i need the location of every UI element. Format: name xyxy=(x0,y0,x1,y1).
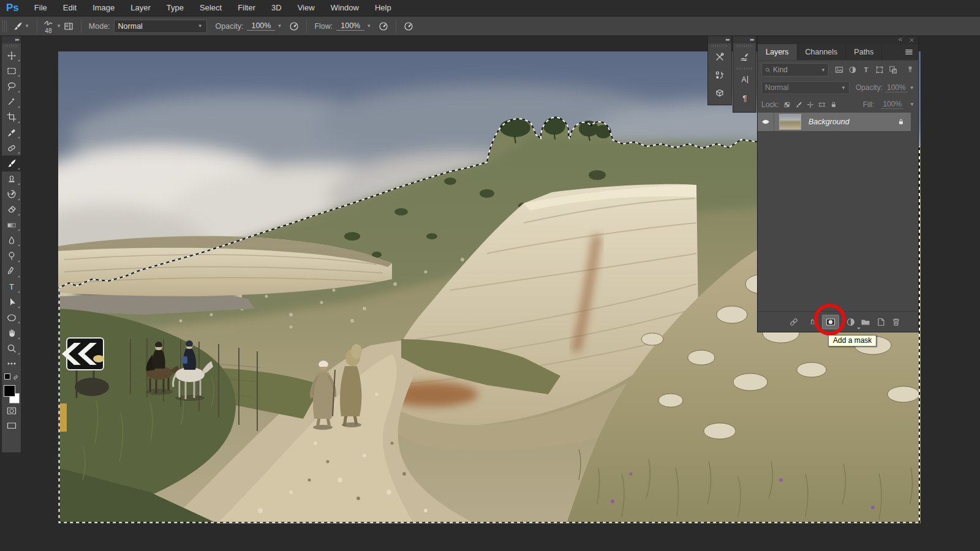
airbrush-button[interactable] xyxy=(376,21,391,31)
lock-all-icon[interactable] xyxy=(830,101,837,108)
crop-icon xyxy=(7,112,17,122)
menu-layer[interactable]: Layer xyxy=(123,3,159,12)
new-layer-button[interactable] xyxy=(876,317,886,327)
new-layer-icon xyxy=(876,317,886,327)
layer-filter-select[interactable]: Kind ▼ xyxy=(761,63,829,77)
menu-window[interactable]: Window xyxy=(323,3,367,12)
hand-tool[interactable] xyxy=(2,325,21,340)
layer-name[interactable]: Background xyxy=(809,118,897,126)
panel-menu-icon[interactable] xyxy=(905,48,913,56)
filter-toggle-pill[interactable] xyxy=(906,66,914,74)
pressure-size-button[interactable] xyxy=(401,21,416,31)
quick-mask-button[interactable] xyxy=(2,403,21,418)
filter-image-icon[interactable] xyxy=(835,66,843,74)
fill-value[interactable]: 100% xyxy=(881,100,903,109)
tool-presets-panel-button[interactable] xyxy=(708,48,731,66)
ellipse-icon xyxy=(7,313,17,323)
mode-select[interactable]: Normal▼ xyxy=(114,20,207,33)
dock-a-collapse-button[interactable]: ▸▸ xyxy=(708,36,731,43)
history-brush-tool[interactable] xyxy=(2,187,21,202)
dodge-tool[interactable] xyxy=(2,248,21,263)
type-icon: T xyxy=(7,282,17,291)
layer-opacity-value[interactable]: 100% xyxy=(885,83,908,92)
paragraph-panel-button[interactable]: ¶ xyxy=(733,89,756,107)
filter-smart-object-icon[interactable] xyxy=(889,66,897,74)
svg-text:T: T xyxy=(9,282,14,291)
zoom-tool[interactable] xyxy=(2,341,21,356)
filter-shape-icon[interactable] xyxy=(875,66,884,74)
brush-tool[interactable] xyxy=(2,156,21,171)
dock-column-b: ▸▸ A¶ xyxy=(733,36,756,113)
character-panel-button[interactable]: A xyxy=(733,70,756,89)
menu-view[interactable]: View xyxy=(290,3,323,12)
quick-selection-tool[interactable] xyxy=(2,94,21,110)
pen-tool[interactable] xyxy=(2,264,21,279)
menu-help[interactable]: Help xyxy=(367,3,399,12)
opacity-chevron[interactable]: ▼ xyxy=(277,23,282,29)
menu-image[interactable]: Image xyxy=(85,3,123,12)
blend-mode-select[interactable]: Normal▼ xyxy=(761,81,850,94)
layers-panel-tabs: Layers Channels Paths xyxy=(758,44,918,61)
eraser-tool[interactable] xyxy=(2,202,21,217)
ellipse-tool[interactable] xyxy=(2,310,21,325)
layer-thumbnail[interactable] xyxy=(779,114,801,130)
default-colors-swap[interactable] xyxy=(2,372,21,384)
menu-file[interactable]: File xyxy=(26,3,55,12)
stamp-icon xyxy=(7,174,17,184)
layer-row-background[interactable]: Background xyxy=(758,113,911,131)
toggle-brush-panel-button[interactable] xyxy=(61,21,76,31)
filter-adjustment-icon[interactable] xyxy=(848,66,857,74)
move-tool[interactable] xyxy=(2,48,21,63)
lock-position-icon[interactable] xyxy=(807,101,814,108)
lock-artboard-icon[interactable] xyxy=(818,101,826,108)
actions-panel-button[interactable] xyxy=(708,66,731,84)
screen-mode-button[interactable] xyxy=(2,418,21,433)
new-group-button[interactable] xyxy=(861,317,870,327)
tab-layers[interactable]: Layers xyxy=(758,44,797,60)
type-tool[interactable]: T xyxy=(2,279,21,294)
eyedropper-tool[interactable] xyxy=(2,125,21,140)
edit-toolbar-button[interactable] xyxy=(2,356,21,372)
menu-filter[interactable]: Filter xyxy=(230,3,263,12)
photoshop-window: Ps FileEditImageLayerTypeSelectFilter3DV… xyxy=(0,0,980,551)
airbrush-icon xyxy=(289,21,299,31)
filter-type-icon[interactable]: T xyxy=(862,66,870,74)
brush-preset-chevron[interactable]: ▼ xyxy=(56,23,61,29)
tool-preset-picker[interactable]: ▼ xyxy=(10,21,32,31)
pressure-opacity-button[interactable] xyxy=(287,21,301,31)
menu-3d[interactable]: 3D xyxy=(263,3,290,12)
brush-preset-picker[interactable]: 48 xyxy=(42,18,55,34)
lasso-tool[interactable] xyxy=(2,78,21,94)
lock-transparency-icon[interactable] xyxy=(783,101,791,108)
path-selection-tool[interactable] xyxy=(2,294,21,310)
tab-paths[interactable]: Paths xyxy=(846,44,882,60)
healing-brush-tool[interactable] xyxy=(2,140,21,156)
crop-tool[interactable] xyxy=(2,110,21,125)
toolbox-collapse-button[interactable]: ▸▸ xyxy=(2,36,21,43)
smudge-tool[interactable] xyxy=(2,233,21,248)
foreground-color-swatch[interactable] xyxy=(4,385,15,397)
collapse-panel-icon[interactable] xyxy=(897,37,903,43)
menu-select[interactable]: Select xyxy=(192,3,230,12)
eraser-icon xyxy=(7,204,17,214)
delete-layer-button[interactable] xyxy=(891,317,901,327)
lock-pixels-icon[interactable] xyxy=(795,101,802,108)
menu-edit[interactable]: Edit xyxy=(55,3,85,12)
lock-label: Lock: xyxy=(761,100,779,109)
brush-settings-panel-button[interactable] xyxy=(733,48,756,66)
menu-type[interactable]: Type xyxy=(159,3,192,12)
clone-stamp-tool[interactable] xyxy=(2,171,21,187)
flow-value[interactable]: 100% xyxy=(336,21,364,31)
move-icon xyxy=(7,51,17,61)
flow-chevron[interactable]: ▼ xyxy=(366,23,371,29)
dock-b-collapse-button[interactable]: ▸▸ xyxy=(733,36,756,43)
marquee-tool[interactable] xyxy=(2,63,21,78)
adjustment-layer-button[interactable] xyxy=(846,317,856,327)
close-panel-icon[interactable] xyxy=(909,37,914,43)
gradient-tool[interactable] xyxy=(2,217,21,233)
link-layers-button[interactable] xyxy=(789,317,799,327)
tab-channels[interactable]: Channels xyxy=(797,44,846,60)
layer-visibility-toggle[interactable] xyxy=(758,113,774,131)
3d-panel-button[interactable] xyxy=(708,84,731,103)
opacity-value[interactable]: 100% xyxy=(247,21,275,31)
